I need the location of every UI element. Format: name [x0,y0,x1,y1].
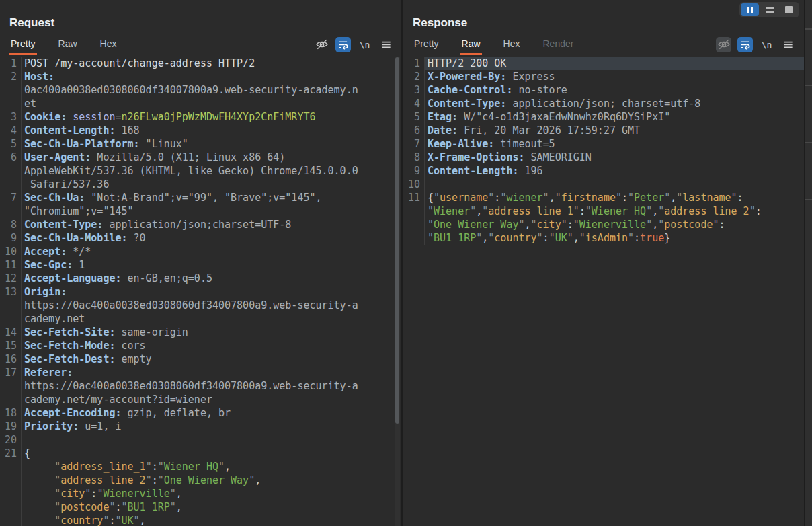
request-tab-pretty[interactable]: Pretty [9,38,37,55]
request-scrollbar-thumb[interactable] [395,57,399,424]
code-line: 4Content-Length: 168 [0,124,401,137]
line-content: Sec-Fetch-Dest: empty [22,352,401,366]
eye-slash-icon[interactable] [314,37,329,52]
code-line: 14Sec-Fetch-Site: same-origin [0,326,401,339]
code-segment: " [54,488,60,500]
code-segment: wiener [506,192,542,204]
line-number: 17 [0,366,22,379]
request-scrollbar[interactable] [395,57,400,526]
word-wrap-icon[interactable] [737,37,753,52]
line-number: 11 [0,258,22,272]
code-segment: , [573,232,579,244]
code-segment: , [482,232,488,244]
code-segment: : [579,205,585,217]
code-segment: " [616,192,622,204]
code-segment [24,461,54,473]
code-segment: " [543,192,549,204]
code-segment: Accept-Encoding: [24,407,122,419]
code-segment: UK [122,515,134,526]
code-segment: country [60,515,103,526]
line-content: https://0ac400a0038ed0308060df34007800a9… [22,379,401,393]
line-content: Content-Length: 168 [22,124,401,137]
code-segment: : [152,461,158,473]
line-content: Sec-Fetch-Site: same-origin [22,326,401,339]
code-segment: timeout=5 [494,138,555,150]
line-number: 9 [403,164,425,178]
code-segment: 1 [73,259,85,271]
code-segment: "Not:A-Brand";v="99", "Brave";v="145", [85,192,321,204]
line-number [0,204,22,218]
show-newlines-icon[interactable]: \n [759,37,774,52]
code-segment: " [573,205,579,217]
line-content: Priority: u=1, i [22,420,401,433]
line-content: Keep-Alive: timeout=5 [425,137,804,151]
code-segment: Wiener HQ [164,461,218,473]
line-number: 7 [0,191,22,204]
response-tab-raw[interactable]: Raw [460,38,482,55]
code-line: 5Sec-Ch-Ua-Platform: "Linux" [0,137,401,151]
code-segment: Sec-Fetch-Dest: [24,353,115,365]
line-content: 0ac400a0038ed0308060df34007800a9.web-sec… [22,83,401,97]
response-tab-pretty[interactable]: Pretty [413,38,440,55]
inspector-strip[interactable] [804,0,812,526]
columns-layout-glyph [747,7,753,13]
response-editor[interactable]: 1HTTP/2 200 OK2X-Powered-By: Express3Cac… [403,57,804,526]
code-line: 8Content-Type: application/json;charset=… [0,218,401,231]
code-segment: " [646,219,652,231]
hamburger-menu-icon[interactable] [378,37,394,52]
single-pane-layout-icon[interactable] [780,3,798,16]
code-segment: 0ac400a0038ed0308060df34007800a9.web-sec… [24,84,358,96]
response-tab-hex[interactable]: Hex [502,38,522,55]
code-segment: : [622,192,628,204]
code-segment: " [573,219,579,231]
code-segment: " [85,488,91,500]
code-segment: true [640,232,664,244]
columns-layout-icon[interactable] [741,3,759,16]
code-segment: no-store [512,84,567,96]
rows-layout-icon[interactable] [760,3,778,16]
line-number: 8 [403,151,425,164]
line-number: 16 [0,352,22,366]
code-segment: isAdmin [585,232,628,244]
code-segment: " [628,192,634,204]
line-content: { [22,447,401,460]
line-content: Accept: */* [22,245,401,258]
code-line: 17Referer: [0,366,401,379]
code-segment: Origin: [24,286,67,298]
request-tab-raw[interactable]: Raw [57,38,79,55]
word-wrap-icon[interactable] [335,37,351,52]
request-editor[interactable]: 1POST /my-account/change-address HTTP/22… [0,57,401,526]
code-segment: " [488,232,494,244]
line-content: "address_line_2":"One Wiener Way", [22,474,401,487]
code-line: 3Cookie: session=n26FLwa0jPpWzMDwFH4XYp2… [0,110,401,124]
code-line: 2Host: [0,70,401,83]
code-segment: One Wiener Way [434,219,518,231]
line-number: 12 [0,272,22,285]
line-content: "BU1 1RP","country":"UK","isAdmin":true} [425,231,804,245]
line-content [425,178,804,191]
code-segment: Content-Type: [24,219,103,231]
code-segment: Sec-Fetch-Mode: [24,340,115,352]
line-content: Sec-Fetch-Mode: cors [22,339,401,352]
show-newlines-icon[interactable]: \n [357,37,372,52]
code-line: "Wiener","address_line_1":"Wiener HQ","a… [403,204,804,218]
code-segment: , [652,205,658,217]
code-segment: " [476,232,482,244]
line-content: Accept-Encoding: gzip, deflate, br [22,406,401,420]
line-content: Content-Type: application/json;charset=U… [22,218,401,231]
code-line: "Chromium";v="145" [0,204,401,218]
line-number: 20 [0,433,22,447]
code-segment: " [54,461,60,473]
code-segment: address_line_1 [488,205,573,217]
code-segment: " [428,205,434,217]
hamburger-menu-icon[interactable] [780,37,796,52]
request-tab-hex[interactable]: Hex [99,38,118,55]
code-segment: application/json; charset=utf-8 [506,98,700,110]
code-segment: session [73,111,115,123]
line-content: {"username":"wiener","firstname":"Peter"… [425,191,804,204]
code-segment: city [537,219,561,231]
code-segment: Express [506,71,555,83]
eye-slash-icon[interactable] [716,37,731,52]
line-number: 6 [0,151,22,164]
line-content: User-Agent: Mozilla/5.0 (X11; Linux x86_… [22,151,401,164]
